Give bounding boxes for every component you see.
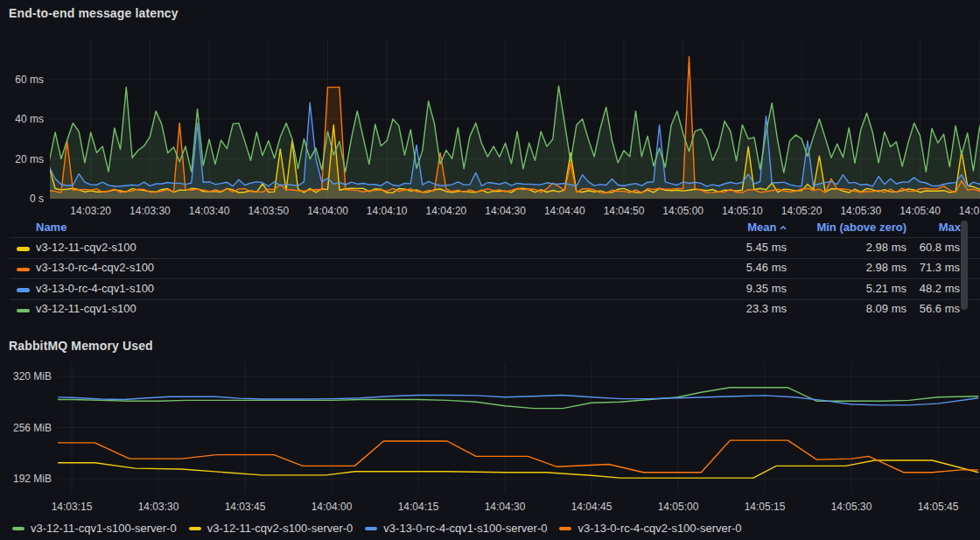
- svg-text:14:04:15: 14:04:15: [398, 501, 439, 513]
- svg-text:14:04:50: 14:04:50: [604, 205, 645, 217]
- svg-text:14:03:45: 14:03:45: [225, 501, 266, 513]
- svg-text:14:05:30: 14:05:30: [831, 501, 872, 513]
- svg-text:40 ms: 40 ms: [15, 113, 44, 125]
- svg-text:14:05:40: 14:05:40: [900, 205, 941, 217]
- svg-text:14:05:00: 14:05:00: [662, 205, 704, 217]
- svg-text:192 MiB: 192 MiB: [13, 473, 52, 485]
- svg-text:14:04:20: 14:04:20: [426, 205, 467, 217]
- svg-text:14:05:10: 14:05:10: [722, 205, 763, 217]
- svg-text:14:04:00: 14:04:00: [307, 205, 348, 217]
- svg-text:256 MiB: 256 MiB: [13, 422, 52, 434]
- svg-text:14:05:20: 14:05:20: [781, 205, 822, 217]
- svg-text:14:04:40: 14:04:40: [544, 205, 585, 217]
- svg-text:14:05:50: 14:05:50: [959, 205, 980, 217]
- svg-text:0 s: 0 s: [30, 193, 44, 205]
- svg-text:14:03:30: 14:03:30: [138, 501, 179, 513]
- svg-text:14:04:00: 14:04:00: [312, 501, 353, 513]
- svg-text:14:04:30: 14:04:30: [485, 501, 526, 513]
- svg-text:14:05:00: 14:05:00: [658, 501, 699, 513]
- svg-text:14:03:30: 14:03:30: [130, 205, 171, 217]
- svg-text:14:03:40: 14:03:40: [189, 205, 230, 217]
- svg-text:14:04:45: 14:04:45: [571, 501, 612, 513]
- svg-text:14:03:50: 14:03:50: [248, 205, 289, 217]
- svg-text:14:03:15: 14:03:15: [52, 501, 93, 513]
- svg-text:14:04:10: 14:04:10: [367, 205, 408, 217]
- svg-text:14:05:30: 14:05:30: [840, 205, 881, 217]
- svg-text:14:05:45: 14:05:45: [918, 501, 959, 513]
- svg-text:14:04:30: 14:04:30: [485, 205, 526, 217]
- svg-text:320 MiB: 320 MiB: [13, 370, 52, 382]
- svg-text:60 ms: 60 ms: [15, 74, 44, 86]
- svg-text:14:05:15: 14:05:15: [745, 501, 786, 513]
- svg-text:20 ms: 20 ms: [15, 153, 44, 165]
- svg-text:14:03:20: 14:03:20: [70, 205, 111, 217]
